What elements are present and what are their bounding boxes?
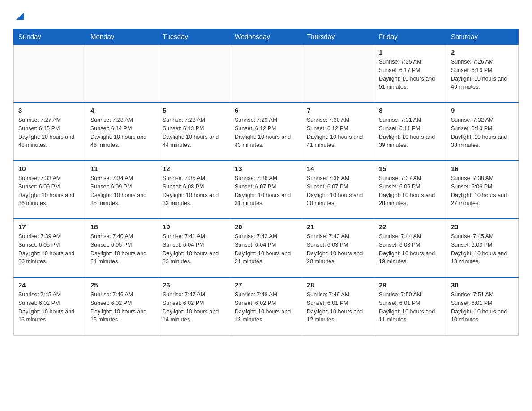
calendar-body: 1Sunrise: 7:25 AM Sunset: 6:17 PM Daylig…	[14, 44, 519, 335]
day-info: Sunrise: 7:30 AM Sunset: 6:12 PM Dayligh…	[307, 116, 369, 150]
calendar-cell: 15Sunrise: 7:37 AM Sunset: 6:06 PM Dayli…	[374, 161, 446, 219]
day-info: Sunrise: 7:26 AM Sunset: 6:16 PM Dayligh…	[451, 58, 514, 91]
day-info: Sunrise: 7:35 AM Sunset: 6:08 PM Dayligh…	[163, 174, 225, 208]
calendar-cell: 17Sunrise: 7:39 AM Sunset: 6:05 PM Dayli…	[14, 219, 86, 277]
calendar-cell	[14, 44, 86, 103]
day-number: 22	[379, 223, 442, 231]
day-number: 17	[18, 223, 81, 231]
day-info: Sunrise: 7:40 AM Sunset: 6:05 PM Dayligh…	[90, 232, 153, 266]
week-row-4: 17Sunrise: 7:39 AM Sunset: 6:05 PM Dayli…	[14, 219, 519, 277]
day-number: 18	[90, 223, 153, 231]
calendar-cell	[158, 44, 230, 103]
day-number: 8	[379, 107, 442, 114]
calendar-cell: 26Sunrise: 7:47 AM Sunset: 6:02 PM Dayli…	[158, 277, 230, 335]
day-number: 28	[307, 281, 369, 289]
day-info: Sunrise: 7:32 AM Sunset: 6:10 PM Dayligh…	[451, 116, 514, 150]
calendar-cell: 18Sunrise: 7:40 AM Sunset: 6:05 PM Dayli…	[86, 219, 158, 277]
day-number: 21	[307, 223, 369, 231]
calendar-cell: 14Sunrise: 7:36 AM Sunset: 6:07 PM Dayli…	[302, 161, 374, 219]
day-number: 3	[18, 107, 81, 114]
calendar-cell: 27Sunrise: 7:48 AM Sunset: 6:02 PM Dayli…	[230, 277, 302, 335]
header-saturday: Saturday	[446, 29, 519, 45]
calendar-cell: 19Sunrise: 7:41 AM Sunset: 6:04 PM Dayli…	[158, 219, 230, 277]
calendar-cell: 1Sunrise: 7:25 AM Sunset: 6:17 PM Daylig…	[374, 44, 446, 103]
header-tuesday: Tuesday	[158, 29, 230, 45]
day-number: 6	[235, 107, 297, 114]
calendar-table: SundayMondayTuesdayWednesdayThursdayFrid…	[13, 29, 519, 336]
calendar-cell	[302, 44, 374, 103]
day-info: Sunrise: 7:42 AM Sunset: 6:04 PM Dayligh…	[235, 232, 297, 266]
header-monday: Monday	[86, 29, 158, 45]
header-wednesday: Wednesday	[230, 29, 302, 45]
week-row-3: 10Sunrise: 7:33 AM Sunset: 6:09 PM Dayli…	[14, 161, 519, 219]
calendar-cell	[86, 44, 158, 103]
calendar-cell: 28Sunrise: 7:49 AM Sunset: 6:01 PM Dayli…	[302, 277, 374, 335]
day-info: Sunrise: 7:34 AM Sunset: 6:09 PM Dayligh…	[90, 174, 153, 208]
day-number: 9	[451, 107, 514, 114]
day-info: Sunrise: 7:47 AM Sunset: 6:02 PM Dayligh…	[163, 291, 225, 324]
day-number: 19	[163, 223, 225, 231]
day-number: 4	[90, 107, 153, 114]
calendar-cell: 3Sunrise: 7:27 AM Sunset: 6:15 PM Daylig…	[14, 103, 86, 161]
day-number: 11	[90, 165, 153, 172]
calendar-cell: 8Sunrise: 7:31 AM Sunset: 6:11 PM Daylig…	[374, 103, 446, 161]
day-number: 12	[163, 165, 225, 172]
calendar-cell: 12Sunrise: 7:35 AM Sunset: 6:08 PM Dayli…	[158, 161, 230, 219]
calendar-cell: 20Sunrise: 7:42 AM Sunset: 6:04 PM Dayli…	[230, 219, 302, 277]
calendar-cell: 4Sunrise: 7:28 AM Sunset: 6:14 PM Daylig…	[86, 103, 158, 161]
day-number: 30	[451, 281, 514, 289]
day-info: Sunrise: 7:31 AM Sunset: 6:11 PM Dayligh…	[379, 116, 442, 150]
day-number: 10	[18, 165, 81, 172]
day-info: Sunrise: 7:51 AM Sunset: 6:01 PM Dayligh…	[451, 291, 514, 324]
day-info: Sunrise: 7:45 AM Sunset: 6:02 PM Dayligh…	[18, 291, 81, 324]
calendar-cell	[230, 44, 302, 103]
calendar-cell: 30Sunrise: 7:51 AM Sunset: 6:01 PM Dayli…	[446, 277, 519, 335]
day-info: Sunrise: 7:41 AM Sunset: 6:04 PM Dayligh…	[163, 232, 225, 266]
day-info: Sunrise: 7:29 AM Sunset: 6:12 PM Dayligh…	[235, 116, 297, 150]
calendar-cell: 6Sunrise: 7:29 AM Sunset: 6:12 PM Daylig…	[230, 103, 302, 161]
calendar-cell: 23Sunrise: 7:45 AM Sunset: 6:03 PM Dayli…	[446, 219, 519, 277]
day-number: 29	[379, 281, 442, 289]
day-number: 26	[163, 281, 225, 289]
calendar-cell: 29Sunrise: 7:50 AM Sunset: 6:01 PM Dayli…	[374, 277, 446, 335]
day-number: 13	[235, 165, 297, 172]
calendar-cell: 11Sunrise: 7:34 AM Sunset: 6:09 PM Dayli…	[86, 161, 158, 219]
day-info: Sunrise: 7:27 AM Sunset: 6:15 PM Dayligh…	[18, 116, 81, 150]
day-info: Sunrise: 7:36 AM Sunset: 6:07 PM Dayligh…	[307, 174, 369, 208]
day-info: Sunrise: 7:28 AM Sunset: 6:14 PM Dayligh…	[90, 116, 153, 150]
logo-triangle-icon	[14, 10, 26, 21]
day-number: 23	[451, 223, 514, 231]
day-number: 2	[451, 48, 514, 56]
logo	[13, 9, 26, 20]
day-info: Sunrise: 7:48 AM Sunset: 6:02 PM Dayligh…	[235, 291, 297, 324]
week-row-5: 24Sunrise: 7:45 AM Sunset: 6:02 PM Dayli…	[14, 277, 519, 335]
day-info: Sunrise: 7:37 AM Sunset: 6:06 PM Dayligh…	[379, 174, 442, 208]
week-row-2: 3Sunrise: 7:27 AM Sunset: 6:15 PM Daylig…	[14, 103, 519, 161]
calendar-cell: 16Sunrise: 7:38 AM Sunset: 6:06 PM Dayli…	[446, 161, 519, 219]
day-info: Sunrise: 7:38 AM Sunset: 6:06 PM Dayligh…	[451, 174, 514, 208]
header-friday: Friday	[374, 29, 446, 45]
calendar-cell: 2Sunrise: 7:26 AM Sunset: 6:16 PM Daylig…	[446, 44, 519, 103]
header-row: SundayMondayTuesdayWednesdayThursdayFrid…	[14, 29, 519, 45]
day-info: Sunrise: 7:50 AM Sunset: 6:01 PM Dayligh…	[379, 291, 442, 324]
day-number: 16	[451, 165, 514, 172]
day-info: Sunrise: 7:45 AM Sunset: 6:03 PM Dayligh…	[451, 232, 514, 266]
day-info: Sunrise: 7:43 AM Sunset: 6:03 PM Dayligh…	[307, 232, 369, 266]
calendar-cell: 21Sunrise: 7:43 AM Sunset: 6:03 PM Dayli…	[302, 219, 374, 277]
day-number: 20	[235, 223, 297, 231]
day-number: 5	[163, 107, 225, 114]
svg-marker-0	[16, 13, 24, 20]
day-info: Sunrise: 7:33 AM Sunset: 6:09 PM Dayligh…	[18, 174, 81, 208]
day-number: 15	[379, 165, 442, 172]
day-info: Sunrise: 7:46 AM Sunset: 6:02 PM Dayligh…	[90, 291, 153, 324]
calendar-cell: 10Sunrise: 7:33 AM Sunset: 6:09 PM Dayli…	[14, 161, 86, 219]
calendar-cell: 7Sunrise: 7:30 AM Sunset: 6:12 PM Daylig…	[302, 103, 374, 161]
day-number: 14	[307, 165, 369, 172]
day-info: Sunrise: 7:25 AM Sunset: 6:17 PM Dayligh…	[379, 58, 442, 91]
calendar-cell: 13Sunrise: 7:36 AM Sunset: 6:07 PM Dayli…	[230, 161, 302, 219]
calendar-cell: 24Sunrise: 7:45 AM Sunset: 6:02 PM Dayli…	[14, 277, 86, 335]
day-number: 27	[235, 281, 297, 289]
day-info: Sunrise: 7:39 AM Sunset: 6:05 PM Dayligh…	[18, 232, 81, 266]
calendar-cell: 22Sunrise: 7:44 AM Sunset: 6:03 PM Dayli…	[374, 219, 446, 277]
day-info: Sunrise: 7:36 AM Sunset: 6:07 PM Dayligh…	[235, 174, 297, 208]
